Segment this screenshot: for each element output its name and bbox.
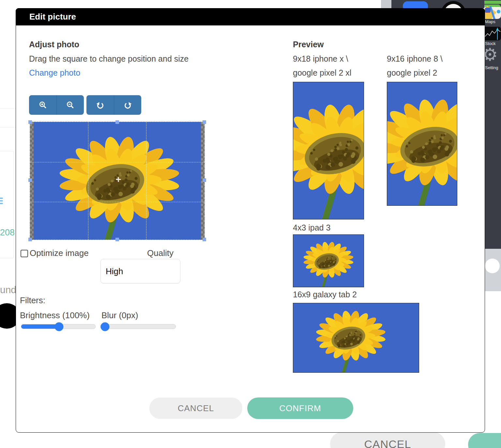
brightness-slider-thumb[interactable] xyxy=(54,322,63,331)
gray-block xyxy=(381,0,391,9)
adjust-photo-heading: Adjust photo xyxy=(29,40,79,49)
preview-image-4x3 xyxy=(293,234,364,287)
blur-slider-thumb[interactable] xyxy=(100,322,109,331)
preview-label-16x9: 16x9 galaxy tab 2 xyxy=(293,290,357,299)
simulator-column: Maps Stock ⚙ Setting xyxy=(484,0,501,291)
settings-gear-icon: ⚙ xyxy=(484,45,498,64)
edit-picture-dialog: Edit picture Adjust photo Drag the squar… xyxy=(16,8,485,433)
crop-handle-se[interactable] xyxy=(203,238,206,241)
rotate-toolbar xyxy=(86,95,141,115)
app-icon-edge xyxy=(484,1,501,4)
crop-handle-n[interactable] xyxy=(115,120,119,124)
crop-editor[interactable]: + xyxy=(30,122,205,240)
preview-label-4x3: 4x3 ipad 3 xyxy=(293,223,330,232)
zoom-toolbar xyxy=(29,95,84,115)
preview-heading: Preview xyxy=(293,40,324,49)
preview-image-9x18 xyxy=(293,82,364,219)
clock-app-icon xyxy=(441,0,466,8)
rotate-left-button[interactable] xyxy=(86,95,114,115)
list-icon xyxy=(0,198,3,199)
simulator-top-strip xyxy=(391,0,484,8)
brightness-slider[interactable] xyxy=(21,324,96,329)
crop-handle-e[interactable] xyxy=(203,178,206,182)
app-icon xyxy=(403,1,428,8)
list-icon xyxy=(0,203,3,204)
home-circle xyxy=(485,259,500,273)
filters-heading: Filters: xyxy=(20,295,45,306)
brightness-label: Brightness (100%) xyxy=(20,310,90,321)
dialog-title: Edit picture xyxy=(29,8,76,25)
crop-handle-ne[interactable] xyxy=(203,120,206,124)
change-photo-link[interactable]: Change photo xyxy=(29,68,80,78)
preview-label-9x18-line2: google pixel 2 xl xyxy=(293,68,351,78)
cancel-button[interactable]: CANCEL xyxy=(149,397,242,419)
crop-handle-w[interactable] xyxy=(28,178,32,182)
background-card xyxy=(0,151,14,258)
stocks-app-icon xyxy=(484,27,501,40)
count-badge: 208 xyxy=(0,228,15,238)
page-confirm-button[interactable] xyxy=(468,433,501,448)
blur-slider[interactable] xyxy=(100,324,176,329)
confirm-button[interactable]: CONFIRM xyxy=(247,397,353,419)
divider xyxy=(0,109,16,109)
rotate-ccw-icon xyxy=(96,101,105,110)
divider xyxy=(0,127,16,127)
crop-selection[interactable]: + xyxy=(30,122,205,240)
simulator-dock xyxy=(484,249,501,291)
maps-app-icon xyxy=(484,5,501,19)
preview-label-9x18-line1: 9x18 iphone x \ xyxy=(293,54,348,64)
magnifier-plus-icon xyxy=(38,101,47,110)
optimize-image-label: Optimize image xyxy=(30,248,89,258)
truncated-text: und xyxy=(0,284,16,295)
list-icon xyxy=(0,200,3,202)
rotate-cw-icon xyxy=(123,101,132,110)
blur-label: Blur (0px) xyxy=(101,310,138,321)
zoom-in-button[interactable] xyxy=(29,95,56,115)
optimize-image-checkbox[interactable] xyxy=(21,250,28,257)
preview-label-9x16-line1: 9x16 iphone 8 \ xyxy=(387,54,443,64)
settings-label: Setting xyxy=(485,65,501,70)
rotate-right-button[interactable] xyxy=(114,95,141,115)
crop-handle-sw[interactable] xyxy=(28,238,32,241)
quality-select[interactable]: High xyxy=(100,259,180,283)
preview-label-9x16-line2: google pixel 2 xyxy=(387,68,437,78)
preview-image-16x9 xyxy=(293,303,419,373)
crop-instruction: Drag the square to change position and s… xyxy=(29,54,189,64)
crop-handle-s[interactable] xyxy=(115,238,119,241)
zoom-out-button[interactable] xyxy=(56,95,84,115)
magnifier-minus-icon xyxy=(66,101,75,110)
page-cancel-button[interactable]: CANCEL xyxy=(330,432,445,448)
plus-crosshair-icon: + xyxy=(115,174,121,185)
quality-label: Quality xyxy=(147,248,174,258)
maps-label: Maps xyxy=(485,19,501,24)
crop-handle-nw[interactable] xyxy=(28,120,32,124)
dialog-header: Edit picture xyxy=(16,8,485,25)
preview-image-9x16 xyxy=(387,82,457,206)
